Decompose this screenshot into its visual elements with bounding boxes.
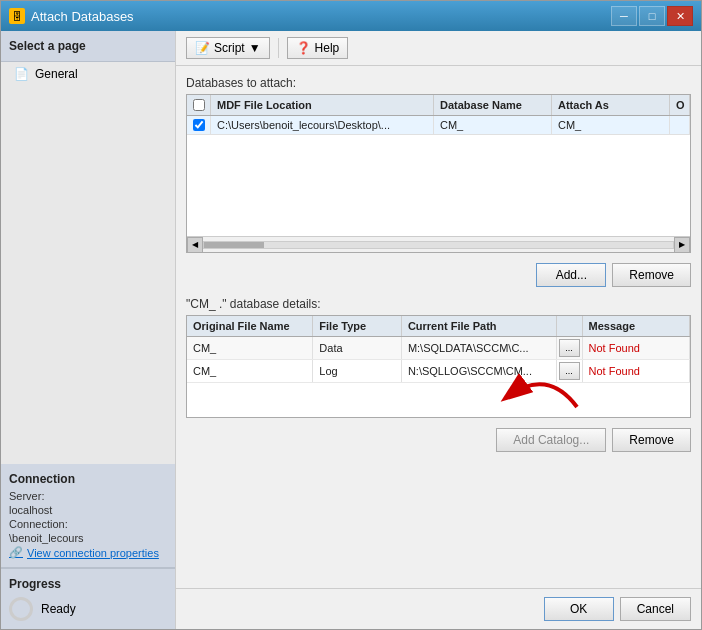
close-button[interactable]: ✕ [667, 6, 693, 26]
title-bar-controls: ─ □ ✕ [611, 6, 693, 26]
progress-spinner [9, 597, 33, 621]
browse-btn-1[interactable]: ... [557, 337, 583, 359]
minimize-button[interactable]: ─ [611, 6, 637, 26]
databases-label: Databases to attach: [186, 76, 691, 90]
details-table: Original File Name File Type Current Fil… [186, 315, 691, 418]
remove-top-button[interactable]: Remove [612, 263, 691, 287]
sidebar-item-general[interactable]: 📄 General [1, 62, 175, 86]
current-path-1: M:\SQLDATA\SCCM\C... [402, 337, 557, 359]
detail-row-1[interactable]: CM_ Data M:\SQLDATA\SCCM\C... ... Not Fo… [187, 337, 690, 360]
sidebar-wrapper: Select a page 📄 General Connection Serve… [1, 31, 175, 629]
file-type-header: File Type [313, 316, 402, 336]
mdf-path-cell: C:\Users\benoit_lecours\Desktop\... [211, 116, 434, 134]
connection-label: Connection [9, 472, 167, 486]
checkbox-header [187, 95, 211, 115]
server-label: Server: [9, 490, 167, 502]
databases-section: Databases to attach: MDF File Location D… [186, 76, 691, 253]
details-section: "CM_ ." database details: Original File … [186, 297, 691, 418]
content-area: Databases to attach: MDF File Location D… [176, 66, 701, 588]
progress-label: Progress [9, 577, 167, 591]
main-content: Select a page 📄 General Connection Serve… [1, 31, 701, 629]
progress-section: Progress Ready [1, 568, 175, 629]
horizontal-scrollbar[interactable]: ◀ ▶ [187, 236, 690, 252]
help-icon: ❓ [296, 41, 311, 55]
databases-table-body: C:\Users\benoit_lecours\Desktop\... CM_ … [187, 116, 690, 236]
main-window: 🗄 Attach Databases ─ □ ✕ Select a page 📄… [0, 0, 702, 630]
toolbar-divider [278, 38, 279, 58]
details-body: CM_ Data M:\SQLDATA\SCCM\C... ... Not Fo… [187, 337, 690, 417]
maximize-button[interactable]: □ [639, 6, 665, 26]
browse-button-2[interactable]: ... [559, 362, 580, 380]
browse-button-1[interactable]: ... [559, 339, 580, 357]
attach-as-cell: CM_ [552, 116, 670, 134]
browse-btn-2[interactable]: ... [557, 360, 583, 382]
help-button[interactable]: ❓ Help [287, 37, 349, 59]
script-dropdown-icon: ▼ [249, 41, 261, 55]
original-name-header: Original File Name [187, 316, 313, 336]
remove-bottom-button[interactable]: Remove [612, 428, 691, 452]
select-page-label: Select a page [9, 39, 86, 53]
connection-label-text: Connection: [9, 518, 167, 530]
owner-cell [670, 116, 690, 134]
sidebar-item-label: General [35, 67, 78, 81]
cancel-button[interactable]: Cancel [620, 597, 691, 621]
ok-button[interactable]: OK [544, 597, 614, 621]
databases-table-header: MDF File Location Database Name Attach A… [187, 95, 690, 116]
database-name-header: Database Name [434, 95, 552, 115]
database-name-cell: CM_ [434, 116, 552, 134]
browse-header [557, 316, 583, 336]
sidebar-top: Select a page 📄 General [1, 31, 175, 86]
connection-section: Connection Server: localhost Connection:… [1, 464, 175, 568]
details-title: "CM_ ." database details: [186, 297, 691, 311]
original-name-2: CM_ [187, 360, 313, 382]
title-bar: 🗄 Attach Databases ─ □ ✕ [1, 1, 701, 31]
file-type-1: Data [313, 337, 402, 359]
owner-header: O [670, 95, 690, 115]
progress-content: Ready [9, 597, 167, 621]
title-bar-left: 🗄 Attach Databases [9, 8, 134, 24]
message-2: Not Found [583, 360, 690, 382]
detail-action-buttons: Add Catalog... Remove [186, 428, 691, 452]
progress-status: Ready [41, 602, 76, 616]
sidebar-bottom: Connection Server: localhost Connection:… [1, 464, 175, 629]
window-icon: 🗄 [9, 8, 25, 24]
file-type-2: Log [313, 360, 402, 382]
original-name-1: CM_ [187, 337, 313, 359]
select-page-section: Select a page [1, 31, 175, 62]
add-catalog-button[interactable]: Add Catalog... [496, 428, 606, 452]
scroll-left-arrow[interactable]: ◀ [187, 237, 203, 253]
current-path-2: N:\SQLLOG\SCCM\CM... [402, 360, 557, 382]
view-connection-properties-link[interactable]: 🔗 View connection properties [9, 546, 167, 559]
general-icon: 📄 [13, 66, 29, 82]
message-1: Not Found [583, 337, 690, 359]
scroll-thumb[interactable] [204, 242, 264, 248]
right-panel: 📝 Script ▼ ❓ Help Databases to attach: [176, 31, 701, 629]
select-all-checkbox[interactable] [193, 99, 205, 111]
script-icon: 📝 [195, 41, 210, 55]
top-action-buttons: Add... Remove [186, 263, 691, 287]
row-checkbox[interactable] [187, 116, 211, 134]
scroll-right-arrow[interactable]: ▶ [674, 237, 690, 253]
current-path-header: Current File Path [402, 316, 557, 336]
footer-buttons: OK Cancel [176, 588, 701, 629]
toolbar: 📝 Script ▼ ❓ Help [176, 31, 701, 66]
table-row[interactable]: C:\Users\benoit_lecours\Desktop\... CM_ … [187, 116, 690, 135]
script-button[interactable]: 📝 Script ▼ [186, 37, 270, 59]
connection-value: \benoit_lecours [9, 532, 167, 544]
row-select-checkbox[interactable] [193, 119, 205, 131]
add-button[interactable]: Add... [536, 263, 606, 287]
message-header: Message [583, 316, 690, 336]
details-table-header: Original File Name File Type Current Fil… [187, 316, 690, 337]
sidebar: Select a page 📄 General Connection Serve… [1, 31, 176, 629]
connection-icon: 🔗 [9, 546, 23, 559]
databases-table: MDF File Location Database Name Attach A… [186, 94, 691, 253]
mdf-location-header: MDF File Location [211, 95, 434, 115]
scroll-track[interactable] [203, 241, 674, 249]
window-title: Attach Databases [31, 9, 134, 24]
server-value: localhost [9, 504, 167, 516]
attach-as-header: Attach As [552, 95, 670, 115]
detail-row-2[interactable]: CM_ Log N:\SQLLOG\SCCM\CM... ... Not Fou… [187, 360, 690, 383]
